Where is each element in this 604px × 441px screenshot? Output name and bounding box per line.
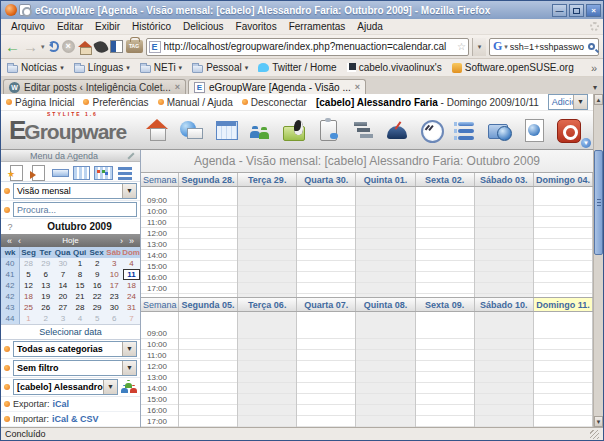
calendar-hour-cell[interactable] bbox=[416, 383, 474, 394]
calendar-hour-cell[interactable] bbox=[475, 261, 533, 272]
calendar-hour-cell[interactable] bbox=[416, 250, 474, 261]
extension-claw-icon[interactable] bbox=[93, 39, 109, 55]
calendar-hour-cell[interactable] bbox=[179, 350, 237, 361]
resize-grip[interactable] bbox=[590, 430, 599, 439]
forward-button[interactable]: → bbox=[23, 39, 38, 54]
calendar-hour-cell[interactable] bbox=[356, 250, 414, 261]
minical-day[interactable]: 8 bbox=[71, 269, 88, 280]
web-search-input[interactable] bbox=[510, 42, 586, 52]
day-view-icon[interactable] bbox=[51, 163, 69, 181]
owner-select[interactable]: [cabelo] Alessandro Faria ▼ bbox=[13, 379, 118, 395]
minimize-button[interactable]: — bbox=[552, 4, 567, 17]
day-column-header[interactable]: Quarta 30. bbox=[297, 173, 356, 186]
calendar-hour-cell[interactable] bbox=[179, 394, 237, 405]
search-box[interactable]: G ▾ bbox=[489, 38, 599, 56]
calendar-hour-cell[interactable] bbox=[534, 328, 592, 339]
calendar-hour-cell[interactable] bbox=[179, 217, 237, 228]
calendar-hour-cell[interactable] bbox=[297, 394, 355, 405]
chevron-down-icon[interactable]: ▼ bbox=[122, 184, 136, 198]
week-number[interactable]: 42 bbox=[1, 291, 20, 302]
add-select[interactable]: Adicionar ...▼ bbox=[548, 94, 588, 110]
bookmark-item[interactable]: Línguas▾ bbox=[74, 62, 130, 73]
tag-extension-icon[interactable]: TAG bbox=[126, 40, 143, 53]
calendar-hour-cell[interactable] bbox=[297, 328, 355, 339]
minical-day[interactable]: 6 bbox=[106, 313, 123, 324]
menu-item[interactable]: Favoritos bbox=[230, 20, 283, 33]
calendar-hour-cell[interactable] bbox=[416, 228, 474, 239]
calendar-hour-cell[interactable] bbox=[179, 416, 237, 427]
sidebar-menu-header[interactable]: Menu da Agenda bbox=[1, 150, 140, 162]
calendar-hour-cell[interactable] bbox=[297, 383, 355, 394]
calendar-hour-cell[interactable] bbox=[534, 372, 592, 383]
tab-close-icon[interactable]: × bbox=[175, 82, 180, 92]
calendar-hour-cell[interactable] bbox=[416, 261, 474, 272]
calendar-hour-cell[interactable] bbox=[297, 228, 355, 239]
new-event-icon[interactable] bbox=[7, 163, 25, 181]
calendar-hour-cell[interactable] bbox=[416, 372, 474, 383]
calendar-hour-cell[interactable] bbox=[238, 405, 296, 416]
calendar-hour-cell[interactable] bbox=[238, 272, 296, 283]
minical-day[interactable]: 20 bbox=[54, 291, 71, 302]
calendar-hour-cell[interactable] bbox=[179, 283, 237, 294]
calendar-hour-cell[interactable] bbox=[238, 416, 296, 427]
calendar-hour-cell[interactable] bbox=[238, 339, 296, 350]
calendar-hour-cell[interactable] bbox=[416, 239, 474, 250]
calendar-hour-cell[interactable] bbox=[356, 416, 414, 427]
calendar-hour-cell[interactable] bbox=[534, 394, 592, 405]
minical-day[interactable]: 7 bbox=[54, 269, 71, 280]
calendar-hour-cell[interactable] bbox=[356, 217, 414, 228]
scrollbar-thumb[interactable] bbox=[594, 150, 603, 255]
calendar-hour-cell[interactable] bbox=[416, 195, 474, 206]
calendar-hour-cell[interactable] bbox=[534, 350, 592, 361]
week-number[interactable]: 44 bbox=[1, 313, 20, 324]
calendar-hour-cell[interactable] bbox=[534, 250, 592, 261]
calendar-hour-cell[interactable] bbox=[475, 394, 533, 405]
vertical-scrollbar[interactable]: ▲ ▼ bbox=[593, 94, 603, 427]
search-engine-dropdown-icon[interactable]: ▾ bbox=[504, 43, 508, 51]
calendar-hour-cell[interactable] bbox=[179, 195, 237, 206]
minical-day[interactable]: 28 bbox=[20, 258, 37, 269]
calendar-hour-cell[interactable] bbox=[416, 361, 474, 372]
minical-day[interactable]: 24 bbox=[123, 291, 140, 302]
calendar-hour-cell[interactable] bbox=[356, 394, 414, 405]
menu-item[interactable]: Exibir bbox=[89, 20, 126, 33]
calendar-hour-cell[interactable] bbox=[297, 361, 355, 372]
bookmark-item[interactable]: Notícias▾ bbox=[7, 62, 64, 73]
calendar-hour-cell[interactable] bbox=[475, 228, 533, 239]
calendar-hour-cell[interactable] bbox=[534, 339, 592, 350]
calendar-hour-cell[interactable] bbox=[534, 405, 592, 416]
pin-icon[interactable] bbox=[127, 152, 134, 159]
bookmark-item[interactable]: Software.openSUSE.org bbox=[452, 62, 574, 73]
projects-icon[interactable] bbox=[350, 117, 376, 143]
calendar-hour-cell[interactable] bbox=[179, 328, 237, 339]
maximize-button[interactable] bbox=[569, 4, 584, 17]
select-date-link[interactable]: Selecionar data bbox=[1, 325, 140, 340]
calendar-hour-cell[interactable] bbox=[475, 405, 533, 416]
allday-cell[interactable] bbox=[297, 187, 355, 195]
title-bar[interactable]: eGroupWare [Agenda - Visão mensal: [cabe… bbox=[1, 1, 603, 19]
calendar-hour-cell[interactable] bbox=[179, 339, 237, 350]
allday-cell[interactable] bbox=[238, 187, 296, 195]
allday-cell[interactable] bbox=[534, 312, 592, 328]
bookmark-star-icon[interactable]: ☆ bbox=[457, 41, 466, 52]
calendar-hour-cell[interactable] bbox=[179, 206, 237, 217]
minical-day[interactable]: 7 bbox=[123, 313, 140, 324]
filemanager-icon[interactable] bbox=[486, 117, 512, 143]
import-ical-csv-link[interactable]: iCal & CSV bbox=[52, 414, 99, 424]
calendar-hour-cell[interactable] bbox=[475, 195, 533, 206]
calendar-hour-cell[interactable] bbox=[356, 383, 414, 394]
close-button[interactable]: × bbox=[586, 4, 601, 17]
calendar-hour-cell[interactable] bbox=[416, 217, 474, 228]
week-view-icon[interactable] bbox=[72, 163, 90, 181]
minical-day[interactable]: 2 bbox=[89, 258, 106, 269]
bookmarks-icon[interactable] bbox=[452, 117, 478, 143]
minical-day[interactable]: 3 bbox=[106, 258, 123, 269]
bookmark-item[interactable]: Pessoal▾ bbox=[192, 62, 248, 73]
calendar-hour-cell[interactable] bbox=[179, 272, 237, 283]
calendar-hour-cell[interactable] bbox=[356, 328, 414, 339]
calendar-hour-cell[interactable] bbox=[238, 195, 296, 206]
menu-item[interactable]: Delicious bbox=[177, 20, 230, 33]
calendar-hour-cell[interactable] bbox=[475, 383, 533, 394]
planner-view-icon[interactable] bbox=[116, 163, 134, 181]
calendar-hour-cell[interactable] bbox=[238, 361, 296, 372]
